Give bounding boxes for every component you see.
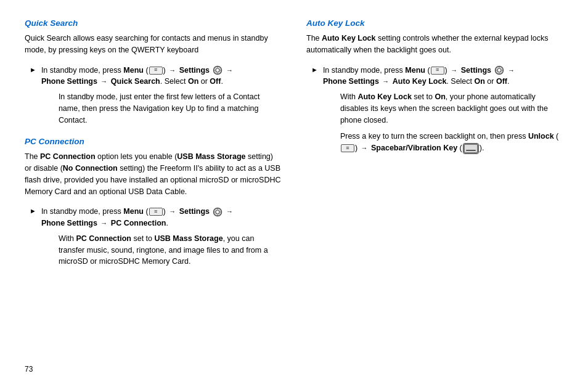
akl-unlock-paren: ( [554,132,559,141]
arrow-8: → [508,67,515,74]
no-connection: No Connection [63,164,118,173]
svg-point-7 [216,210,219,214]
qs-off: Off [210,77,221,86]
quick-search-section: Quick Search Quick Search allows easy se… [25,18,282,126]
right-column: Auto Key Lock The Auto Key Lock setting … [306,18,563,359]
pc-sub-content: With PC Connection set to USB Mass Stora… [59,233,282,267]
akl-phone-settings: Phone Settings [323,77,379,86]
menu-icon-2 [149,208,163,216]
akl-instruction-prefix: In standby mode, press [323,66,405,75]
qs-select-text: . Select [160,77,188,86]
arrow-10: → [361,144,368,152]
akl-sub2-text: Press a key to turn the screen backlight… [340,132,528,141]
bullet-arrow-icon: ► [30,66,36,73]
akl-paren-close: ) [445,66,447,75]
menu-icon-3 [431,67,444,75]
qs-period: . [221,77,223,86]
akl-on: On [475,77,485,86]
arrow-7: → [451,67,457,74]
pc-pc-connection: PC Connection [111,219,166,227]
pc-bullet-content: In standby mode, press Menu () → Setting… [41,206,282,267]
quick-search-title: Quick Search [25,18,282,28]
qs-on: On [188,77,198,86]
akl-intro-prefix: The [306,34,322,43]
svg-rect-18 [464,144,478,153]
akl-arrow: ) [355,144,357,152]
pc-phone-settings: Phone Settings [41,219,97,227]
settings-icon-2 [213,207,223,217]
qs-sub-content: In standby mode, just enter the first fe… [59,91,282,126]
arrow-9: → [382,78,389,85]
akl-sub1: With Auto Key Lock set to On, your phone… [340,91,563,126]
akl-spacebar-paren: ( [457,144,462,152]
akl-sub1-on: On [435,92,445,101]
bullet-arrow-icon-3: ► [311,66,318,73]
pc-paren-close: ) [163,207,166,216]
pc-sub-prefix: With [59,234,76,243]
qs-settings-label: Settings [179,66,210,75]
qs-or: or [198,77,210,86]
svg-rect-19 [466,150,476,151]
page-number: 73 [25,359,563,374]
akl-end: ). [480,144,484,152]
pc-intro-rest1: option lets you enable ( [96,152,178,161]
akl-or: or [485,77,496,86]
menu-icon [149,67,163,75]
qs-instruction-prefix: In standby mode, press [41,66,123,75]
pc-connection-bullet: ► In standby mode, press Menu () → Setti… [30,206,282,267]
pc-period: . [166,219,168,227]
qs-menu-label: Menu [123,66,144,75]
qs-menu-paren: ( [144,66,149,75]
auto-key-lock-title: Auto Key Lock [306,18,563,28]
akl-settings-label: Settings [461,66,491,75]
arrow-3: → [100,78,107,85]
akl-bullet-content: In standby mode, press Menu () → Setting… [323,65,563,154]
left-column: Quick Search Quick Search allows easy se… [25,18,282,359]
akl-sub2: Press a key to turn the screen backlight… [340,131,563,154]
akl-intro-bold: Auto Key Lock [322,34,376,43]
akl-sub1-prefix: With [340,92,357,101]
auto-key-lock-bullet: ► In standby mode, press Menu () → Setti… [311,65,563,154]
pc-intro-prefix: The [25,152,40,161]
page: Quick Search Quick Search allows easy se… [0,0,588,392]
akl-unlock-bold: Unlock [528,132,554,141]
pc-connection-section: PC Connection The PC Connection option l… [25,137,282,267]
akl-spacebar-bold: Spacebar/Vibration Key [371,144,457,152]
pc-connection-intro: The PC Connection option lets you enable… [25,151,282,197]
quick-search-bullet-content: In standby mode, press Menu () → Setting… [41,65,282,126]
svg-point-1 [216,68,219,72]
arrow-6: → [100,219,107,227]
qs-quick-search: Quick Search [111,77,160,86]
bullet-arrow-icon-2: ► [30,207,36,214]
svg-point-13 [497,68,501,72]
arrow-5: → [226,208,233,215]
pc-connection-bold: PC Connection [40,152,96,161]
pc-menu-label: Menu [123,207,144,216]
pc-instruction-prefix: In standby mode, press [41,207,123,216]
akl-select-text: . Select [446,77,474,86]
auto-key-lock-section: Auto Key Lock The Auto Key Lock setting … [306,18,563,154]
arrow-2: → [226,67,233,74]
settings-icon [213,65,223,75]
pc-menu-paren: ( [144,207,149,216]
unlock-icon [341,144,354,152]
arrow-1: → [169,67,176,74]
pc-sub-middle: set to [131,234,155,243]
qs-paren-close: ) [163,66,166,75]
usb-mass-storage: USB Mass Storage [177,152,245,161]
pc-connection-title: PC Connection [25,137,282,146]
akl-sub1-middle: set to [412,92,435,101]
arrow-4: → [169,208,176,215]
settings-icon-3 [494,65,504,75]
quick-search-bullet: ► In standby mode, press Menu () → Setti… [30,65,282,126]
pc-sub-bold: PC Connection [76,234,131,243]
akl-sub1-bold: Auto Key Lock [357,92,412,101]
akl-period: . [507,77,509,86]
qs-phone-settings: Phone Settings [41,77,97,86]
akl-menu-label: Menu [405,66,425,75]
pc-sub-bold2: USB Mass Storage [155,234,223,243]
spacebar-icon [463,143,479,154]
akl-off: Off [496,77,507,86]
auto-key-lock-intro: The Auto Key Lock setting controls wheth… [306,33,563,56]
akl-menu-paren: ( [425,66,430,75]
